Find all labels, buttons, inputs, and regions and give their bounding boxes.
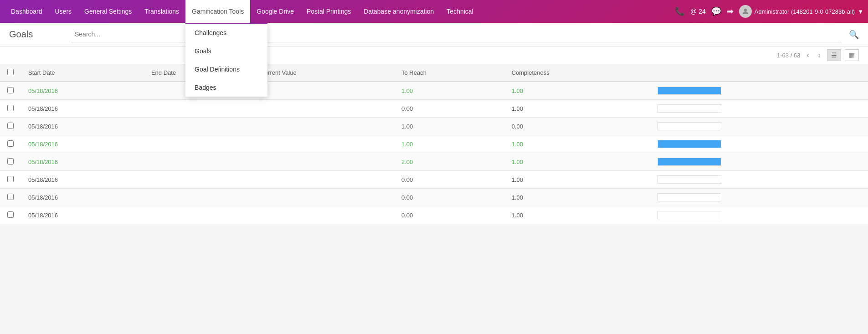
row-checkbox[interactable] — [7, 105, 14, 111]
nav-left: Dashboard Users General Settings Transla… — [5, 0, 675, 23]
user-dropdown-arrow: ▼ — [858, 8, 863, 15]
next-page-button[interactable]: › — [816, 50, 823, 60]
goals-table: Start Date End Date Current Value To Rea… — [0, 64, 868, 224]
table-body: 05/18/20161.001.0005/18/20160.001.0005/1… — [0, 82, 868, 224]
dropdown-goal-definitions[interactable]: Goal Definitions — [185, 60, 267, 78]
row-checkbox[interactable] — [7, 87, 14, 93]
at-badge: @ 24 — [690, 8, 706, 15]
col-start-date: Start Date — [21, 64, 144, 82]
progress-bar-fill — [658, 87, 721, 94]
nav-item-postal-printings[interactable]: Postal Printings — [300, 0, 357, 23]
row-checkbox[interactable] — [7, 176, 14, 182]
cell-completeness: 1.00 — [504, 82, 650, 100]
cell-end-date — [144, 189, 253, 206]
progress-bar-container — [657, 122, 721, 130]
cell-end-date — [144, 153, 253, 171]
cell-current-value — [253, 100, 394, 118]
top-navigation: Dashboard Users General Settings Transla… — [0, 0, 868, 23]
pagination-info: 1-63 / 63 — [777, 52, 800, 59]
table-row[interactable]: 05/18/20160.001.00 — [0, 171, 868, 189]
col-to-reach: To Reach — [394, 64, 504, 82]
cell-to-reach: 0.00 — [394, 171, 504, 189]
row-checkbox[interactable] — [7, 194, 14, 200]
nav-item-google-drive[interactable]: Google Drive — [250, 0, 300, 23]
row-checkbox[interactable] — [7, 158, 14, 164]
dropdown-badges[interactable]: Badges — [185, 78, 267, 97]
cell-start-date: 05/18/2016 — [21, 118, 144, 135]
table-row[interactable]: 05/18/20161.001.00 — [0, 82, 868, 100]
cell-progress-bar — [650, 171, 868, 189]
at-badge-container[interactable]: @ 24 — [690, 8, 706, 15]
cell-current-value — [253, 189, 394, 206]
nav-item-database-anonymization[interactable]: Database anonymization — [357, 0, 440, 23]
progress-bar-fill — [658, 140, 721, 148]
cell-progress-bar — [650, 118, 868, 135]
svg-point-0 — [744, 9, 747, 11]
prev-page-button[interactable]: ‹ — [804, 50, 812, 60]
cell-current-value — [253, 206, 394, 224]
table-header: Start Date End Date Current Value To Rea… — [0, 64, 868, 82]
cell-end-date — [144, 206, 253, 224]
login-icon[interactable]: ➡ — [727, 6, 734, 16]
nav-gamification-wrapper: Gamification Tools Challenges Goals Goal… — [185, 0, 250, 23]
table-row[interactable]: 05/18/20160.001.00 — [0, 189, 868, 206]
cell-start-date: 05/18/2016 — [21, 153, 144, 171]
cell-completeness: 1.00 — [504, 206, 650, 224]
cell-progress-bar — [650, 206, 868, 224]
cell-end-date — [144, 135, 253, 153]
dropdown-goals[interactable]: Goals — [185, 42, 267, 60]
progress-bar-fill — [658, 158, 721, 165]
dropdown-challenges[interactable]: Challenges — [185, 24, 267, 42]
row-checkbox-cell — [0, 82, 21, 100]
cell-completeness: 1.00 — [504, 135, 650, 153]
cell-end-date — [144, 171, 253, 189]
nav-right: 📞 @ 24 💬 ➡ Administrator (148201-9-0-072… — [675, 5, 863, 18]
pagination-row: 1-63 / 63 ‹ › ☰ ▦ — [0, 46, 868, 64]
row-checkbox-cell — [0, 135, 21, 153]
user-menu[interactable]: Administrator (148201-9-0-07283b-all) ▼ — [739, 5, 863, 18]
goals-table-container: Start Date End Date Current Value To Rea… — [0, 64, 868, 224]
nav-item-users[interactable]: Users — [49, 0, 78, 23]
col-progress-bar — [650, 64, 868, 82]
phone-icon[interactable]: 📞 — [675, 6, 685, 16]
cell-to-reach: 0.00 — [394, 206, 504, 224]
cell-start-date: 05/18/2016 — [21, 100, 144, 118]
cell-end-date — [144, 100, 253, 118]
progress-bar-container — [657, 87, 721, 95]
cell-to-reach: 1.00 — [394, 135, 504, 153]
progress-bar-container — [657, 140, 721, 148]
progress-bar-container — [657, 104, 721, 113]
cell-completeness: 0.00 — [504, 118, 650, 135]
table-row[interactable]: 05/18/20160.001.00 — [0, 206, 868, 224]
row-checkbox-cell — [0, 189, 21, 206]
nav-item-general-settings[interactable]: General Settings — [78, 0, 138, 23]
cell-current-value — [253, 118, 394, 135]
nav-item-dashboard[interactable]: Dashboard — [5, 0, 49, 23]
nav-item-technical[interactable]: Technical — [440, 0, 479, 23]
list-view-button[interactable]: ☰ — [827, 49, 841, 61]
cell-progress-bar — [650, 153, 868, 171]
table-row[interactable]: 05/18/20161.001.00 — [0, 135, 868, 153]
row-checkbox[interactable] — [7, 123, 14, 129]
table-row[interactable]: 05/18/20162.001.00 — [0, 153, 868, 171]
cell-start-date: 05/18/2016 — [21, 135, 144, 153]
progress-bar-container — [657, 158, 721, 166]
row-checkbox[interactable] — [7, 140, 14, 147]
cell-end-date — [144, 118, 253, 135]
cell-progress-bar — [650, 82, 868, 100]
nav-item-gamification-tools[interactable]: Gamification Tools — [185, 0, 250, 23]
avatar — [739, 5, 752, 18]
cell-to-reach: 1.00 — [394, 82, 504, 100]
grid-view-button[interactable]: ▦ — [845, 49, 859, 61]
cell-start-date: 05/18/2016 — [21, 82, 144, 100]
select-all-checkbox[interactable] — [7, 69, 14, 75]
nav-item-translations[interactable]: Translations — [138, 0, 185, 23]
col-completeness: Completeness — [504, 64, 650, 82]
row-checkbox-cell — [0, 100, 21, 118]
progress-bar-container — [657, 193, 721, 201]
table-row[interactable]: 05/18/20160.001.00 — [0, 100, 868, 118]
chat-icon[interactable]: 💬 — [711, 6, 721, 16]
table-row[interactable]: 05/18/20161.000.00 — [0, 118, 868, 135]
search-icon[interactable]: 🔍 — [849, 30, 859, 40]
row-checkbox[interactable] — [7, 211, 14, 218]
